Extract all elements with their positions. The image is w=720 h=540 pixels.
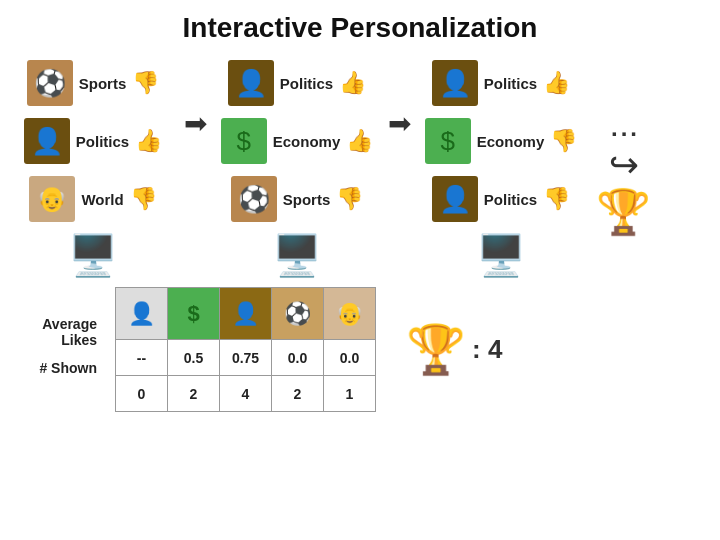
monitor-3: 🖥️ — [416, 228, 586, 283]
col2-thumb-up-1: 👍 — [339, 70, 366, 96]
col3-thumb-up-1: 👍 — [543, 70, 570, 96]
face-pope-icon: 👴 — [29, 176, 75, 222]
reward-label: : 4 — [472, 334, 502, 365]
col2-item-3: ⚽ Sports 👎 — [231, 170, 364, 228]
col3-thumb-down-3: 👎 — [543, 186, 570, 212]
column-1: ⚽ Sports 👎 👤 Politics 👍 👴 World 👎 — [8, 54, 178, 283]
col2-thumb-1: 👤 — [228, 60, 274, 106]
face-obama-icon-4: 👤 — [432, 176, 478, 222]
face-obama-icon-2: 👤 — [228, 60, 274, 106]
bottom-stats-area: Average Likes # Shown 👤 $ 👤 ⚽ 👴 -- 0.5 0… — [0, 287, 720, 412]
col1-label-1: Sports — [79, 75, 127, 92]
monitor-icon-2: 🖥️ — [272, 232, 322, 279]
avg-likes-0: -- — [116, 340, 168, 376]
arrow-2: ➡ — [384, 54, 414, 283]
shown-2: 4 — [220, 376, 272, 412]
dollar-icon-2: $ — [425, 118, 471, 164]
right-decoration: ... ↩ 🏆 — [596, 54, 651, 283]
th-face: 👤 — [116, 288, 168, 340]
col3-item-2: $ Economy 👎 — [425, 112, 578, 170]
col2-thumb-up-2: 👍 — [346, 128, 373, 154]
dollar-icon-1: $ — [221, 118, 267, 164]
th-pope: 👴 — [324, 288, 376, 340]
reward-display: 🏆 : 4 — [406, 322, 502, 378]
monitor-1: 🖥️ — [8, 228, 178, 283]
col2-thumb-3: ⚽ — [231, 176, 277, 222]
th-obama: 👤 — [220, 288, 272, 340]
face-obama-icon-3: 👤 — [432, 60, 478, 106]
col3-item-1: 👤 Politics 👍 — [432, 54, 570, 112]
col1-thumb-down-3: 👎 — [130, 186, 157, 212]
col2-thumb-2: $ — [221, 118, 267, 164]
gold-pot-icon: 🏆 — [596, 186, 651, 238]
arrow-1: ➡ — [180, 54, 210, 283]
col3-thumb-1: 👤 — [432, 60, 478, 106]
shown-1: 2 — [168, 376, 220, 412]
col1-thumb-3: 👴 — [29, 176, 75, 222]
col3-item-3: 👤 Politics 👎 — [432, 170, 570, 228]
monitor-icon-3: 🖥️ — [476, 232, 526, 279]
col3-thumb-3: 👤 — [432, 176, 478, 222]
th-dollar: $ — [168, 288, 220, 340]
shown-3: 2 — [272, 376, 324, 412]
shown-0: 0 — [116, 376, 168, 412]
face-soccer-icon: ⚽ — [27, 60, 73, 106]
col3-thumb-down-2: 👎 — [550, 128, 577, 154]
arrow-icon-2: ➡ — [388, 107, 411, 140]
col3-thumb-2: $ — [425, 118, 471, 164]
col1-thumb-2: 👤 — [24, 118, 70, 164]
avg-likes-row: -- 0.5 0.75 0.0 0.0 — [116, 340, 376, 376]
col2-item-1: 👤 Politics 👍 — [228, 54, 366, 112]
col3-label-1: Politics — [484, 75, 537, 92]
table-header-row: 👤 $ 👤 ⚽ 👴 — [116, 288, 376, 340]
curved-arrow-icon: ↩ — [609, 144, 639, 186]
column-2: 👤 Politics 👍 $ Economy 👍 ⚽ Sports 👎 — [212, 54, 382, 283]
th-soccer: ⚽ — [272, 288, 324, 340]
reward-icon: 🏆 — [406, 322, 466, 378]
col1-thumb-down-1: 👎 — [132, 70, 159, 96]
face-soccer-icon-2: ⚽ — [231, 176, 277, 222]
page-title: Interactive Personalization — [0, 0, 720, 52]
avg-likes-1: 0.5 — [168, 340, 220, 376]
page: Interactive Personalization ⚽ Sports 👎 👤… — [0, 0, 720, 540]
avg-likes-3: 0.0 — [272, 340, 324, 376]
col1-thumb-up-2: 👍 — [135, 128, 162, 154]
avg-likes-2: 0.75 — [220, 340, 272, 376]
avg-likes-label: Average Likes — [10, 314, 105, 350]
shown-label: # Shown — [10, 350, 105, 386]
col2-thumb-down-3: 👎 — [336, 186, 363, 212]
col3-label-3: Politics — [484, 191, 537, 208]
col2-label-3: Sports — [283, 191, 331, 208]
col1-label-2: Politics — [76, 133, 129, 150]
col1-item-2: 👤 Politics 👍 — [24, 112, 162, 170]
col1-item-3: 👴 World 👎 — [29, 170, 156, 228]
col2-label-2: Economy — [273, 133, 341, 150]
col1-item-1: ⚽ Sports 👎 — [27, 54, 160, 112]
monitor-icon-1: 🖥️ — [68, 232, 118, 279]
col3-label-2: Economy — [477, 133, 545, 150]
col2-label-1: Politics — [280, 75, 333, 92]
face-obama-icon-1: 👤 — [24, 118, 70, 164]
stats-table: 👤 $ 👤 ⚽ 👴 -- 0.5 0.75 0.0 0.0 0 2 — [115, 287, 376, 412]
column-3: 👤 Politics 👍 $ Economy 👎 👤 Politics 👎 — [416, 54, 586, 283]
ellipsis: ... — [611, 114, 640, 142]
avg-likes-4: 0.0 — [324, 340, 376, 376]
shown-row: 0 2 4 2 1 — [116, 376, 376, 412]
row-labels: Average Likes # Shown — [10, 314, 105, 386]
col2-item-2: $ Economy 👍 — [221, 112, 374, 170]
shown-4: 1 — [324, 376, 376, 412]
col1-label-3: World — [81, 191, 123, 208]
arrow-icon-1: ➡ — [184, 107, 207, 140]
monitor-2: 🖥️ — [212, 228, 382, 283]
col1-thumb-1: ⚽ — [27, 60, 73, 106]
